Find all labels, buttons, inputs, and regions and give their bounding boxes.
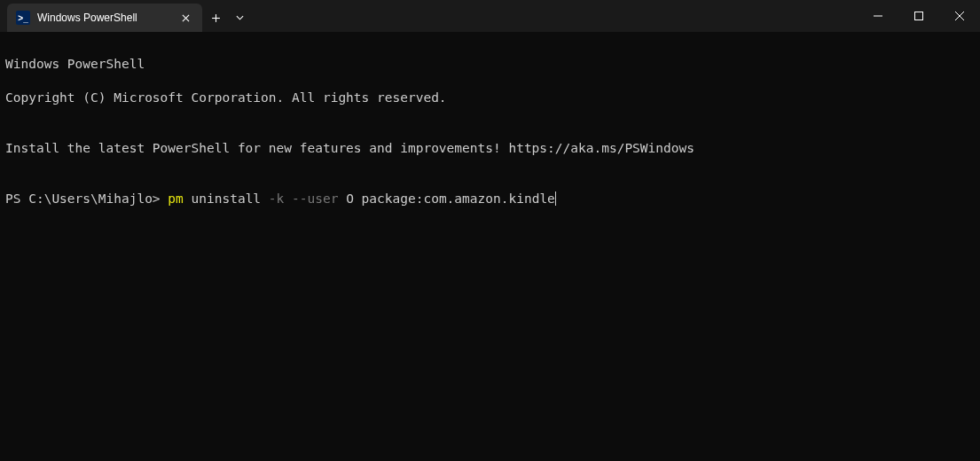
svg-rect-5 [915,12,923,20]
new-tab-button[interactable] [202,4,229,32]
tab-powershell[interactable]: >_ Windows PowerShell [7,4,202,32]
terminal-line: Windows PowerShell [5,56,975,73]
tab-close-button[interactable] [177,10,193,26]
minimize-button[interactable] [858,0,898,32]
text-cursor [555,191,556,206]
terminal-line: Install the latest PowerShell for new fe… [5,140,975,157]
maximize-button[interactable] [898,0,939,32]
tab-title: Windows PowerShell [37,12,170,24]
prompt-text: PS C:\Users\Mihajlo> [5,191,168,206]
window-titlebar: >_ Windows PowerShell [0,0,980,32]
tabs-area: >_ Windows PowerShell [0,0,250,32]
tab-dropdown-button[interactable] [229,4,250,32]
window-controls [858,0,980,32]
command-name: pm [168,191,183,206]
command-arg: uninstall [184,191,269,206]
powershell-icon: >_ [16,11,30,25]
command-flag: -k --user [269,191,339,206]
terminal-line: Copyright (C) Microsoft Corporation. All… [5,90,975,106]
close-window-button[interactable] [939,0,980,32]
terminal-prompt-line: PS C:\Users\Mihajlo> pm uninstall -k --u… [5,191,975,207]
terminal-area[interactable]: Windows PowerShell Copyright (C) Microso… [0,32,980,231]
command-arg: O package:com.amazon.kindle [338,191,554,206]
